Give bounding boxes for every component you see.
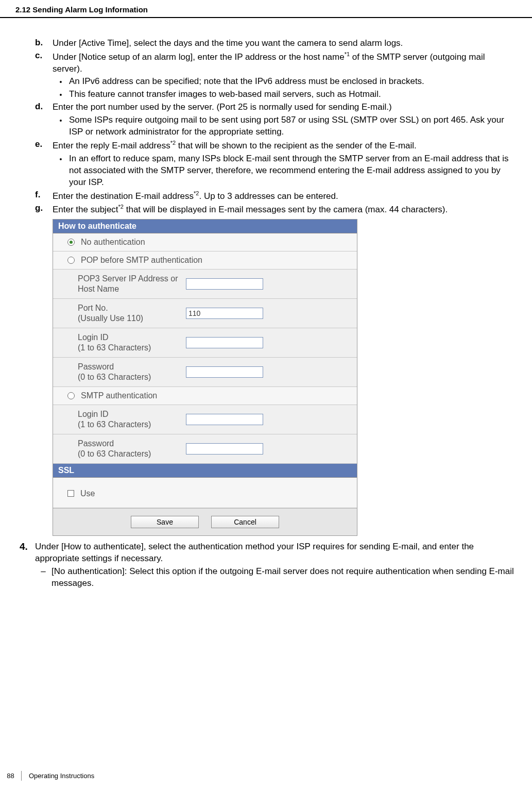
- step-b: b. Under [Active Time], select the days …: [15, 38, 517, 49]
- pop3-server-row: POP3 Server IP Address or Host Name: [53, 270, 357, 299]
- bullet-marker: •: [53, 153, 69, 189]
- field-label: Login ID (1 to 63 Characters): [78, 332, 186, 353]
- step-body: Enter the reply E-mail address*2 that wi…: [53, 139, 517, 188]
- footnote-ref: *1: [345, 51, 350, 57]
- step-f: f. Enter the destination E-mail address*…: [15, 190, 517, 203]
- radio-pop-before-row[interactable]: POP before SMTP authentication: [53, 251, 357, 270]
- step-marker: g.: [15, 203, 53, 216]
- radio-label: POP before SMTP authentication: [81, 256, 202, 265]
- text: . Up to 3 addresses can be entered.: [199, 191, 338, 200]
- bullet-marker: •: [53, 89, 69, 100]
- step-marker: d.: [15, 102, 53, 138]
- step-body: Under [Notice setup of an alarm log], en…: [53, 51, 517, 100]
- page-footer: 88 Operating Instructions: [0, 771, 532, 781]
- field-label: Password (0 to 63 Characters): [78, 439, 186, 459]
- footnote-ref: *2: [170, 140, 176, 146]
- port-row: Port No. (Usually Use 110): [53, 299, 357, 328]
- figure-buttons: Save Cancel: [53, 509, 357, 535]
- text: that will be shown to the recipient as t…: [176, 141, 417, 150]
- bullet-text: Some ISPs require outgoing mail to be se…: [69, 114, 517, 138]
- radio-icon[interactable]: [67, 392, 75, 399]
- text: Enter the subject: [53, 205, 118, 214]
- bullet-marker: •: [53, 76, 69, 88]
- step-e: e. Enter the reply E-mail address*2 that…: [15, 139, 517, 188]
- step-body: Enter the subject*2 that will be display…: [53, 203, 517, 216]
- bullet-text: An IPv6 address can be specified; note t…: [69, 76, 517, 88]
- dash-item: – [No authentication]: Select this optio…: [35, 566, 517, 590]
- dash-marker: –: [35, 566, 52, 590]
- ssl-section: Use: [53, 478, 357, 508]
- field-label: Port No. (Usually Use 110): [78, 303, 186, 324]
- bullet-item: • In an effort to reduce spam, many ISPs…: [53, 153, 517, 189]
- radio-label: SMTP authentication: [81, 391, 157, 400]
- bullet-item: • This feature cannot transfer images to…: [53, 89, 517, 100]
- step-body: Under [How to authenticate], select the …: [35, 541, 517, 590]
- smtp-login-input[interactable]: [186, 414, 263, 425]
- radio-smtp-auth-row[interactable]: SMTP authentication: [53, 387, 357, 405]
- step-marker: e.: [15, 139, 53, 188]
- step-4: 4. Under [How to authenticate], select t…: [15, 541, 517, 590]
- step-body: Under [Active Time], select the days and…: [53, 38, 517, 49]
- smtp-password-row: Password (0 to 63 Characters): [53, 434, 357, 464]
- login-input[interactable]: [186, 337, 263, 348]
- text: Under [How to authenticate], select the …: [35, 542, 474, 563]
- text: Enter the destination E-mail address: [53, 191, 194, 200]
- ssl-header: SSL: [53, 464, 357, 478]
- authentication-figure: How to authenticate No authentication PO…: [53, 219, 357, 536]
- footer-title: Operating Instructions: [22, 772, 94, 780]
- step-c: c. Under [Notice setup of an alarm log],…: [15, 51, 517, 100]
- text: Under [Notice setup of an alarm log], en…: [53, 52, 345, 62]
- cancel-button[interactable]: Cancel: [211, 516, 279, 528]
- step-g: g. Enter the subject*2 that will be disp…: [15, 203, 517, 216]
- field-label: POP3 Server IP Address or Host Name: [78, 274, 186, 294]
- save-button[interactable]: Save: [131, 516, 199, 528]
- text: Enter the port number used by the server…: [53, 102, 392, 112]
- password-row: Password (0 to 63 Characters): [53, 358, 357, 387]
- bullet-item: • An IPv6 address can be specified; note…: [53, 76, 517, 88]
- step-marker: c.: [15, 51, 53, 100]
- section-header: 2.12 Sending Alarm Log Information: [0, 0, 532, 17]
- page-number: 88: [0, 771, 22, 781]
- step-marker: b.: [15, 38, 53, 49]
- text: that will be displayed in E-mail message…: [124, 205, 448, 214]
- pop3-server-input[interactable]: [186, 278, 263, 290]
- figure-header: How to authenticate: [53, 220, 357, 233]
- radio-label: No authentication: [81, 238, 145, 247]
- radio-no-auth-row[interactable]: No authentication: [53, 233, 357, 251]
- ssl-use-row[interactable]: Use: [67, 489, 357, 498]
- dash-text: [No authentication]: Select this option …: [52, 566, 517, 590]
- step-body: Enter the port number used by the server…: [53, 102, 517, 138]
- smtp-password-input[interactable]: [186, 443, 263, 455]
- footnote-ref: *2: [118, 204, 124, 210]
- bullet-text: This feature cannot transfer images to w…: [69, 89, 517, 100]
- checkbox-icon[interactable]: [67, 490, 74, 497]
- bullet-item: • Some ISPs require outgoing mail to be …: [53, 114, 517, 138]
- step-d: d. Enter the port number used by the ser…: [15, 102, 517, 138]
- login-row: Login ID (1 to 63 Characters): [53, 328, 357, 358]
- footnote-ref: *2: [194, 190, 199, 196]
- radio-icon[interactable]: [67, 257, 75, 264]
- bullet-marker: •: [53, 114, 69, 138]
- text: Enter the reply E-mail address: [53, 141, 170, 150]
- field-label: Login ID (1 to 63 Characters): [78, 409, 186, 430]
- step-marker: 4.: [15, 541, 35, 590]
- step-marker: f.: [15, 190, 53, 203]
- port-input[interactable]: [186, 308, 263, 319]
- smtp-login-row: Login ID (1 to 63 Characters): [53, 405, 357, 434]
- radio-checked-icon[interactable]: [67, 239, 75, 246]
- checkbox-label: Use: [80, 489, 95, 498]
- bullet-text: In an effort to reduce spam, many ISPs b…: [69, 153, 517, 189]
- password-input[interactable]: [186, 366, 263, 378]
- main-content: b. Under [Active Time], select the days …: [0, 18, 532, 590]
- field-label: Password (0 to 63 Characters): [78, 362, 186, 382]
- step-body: Enter the destination E-mail address*2. …: [53, 190, 517, 203]
